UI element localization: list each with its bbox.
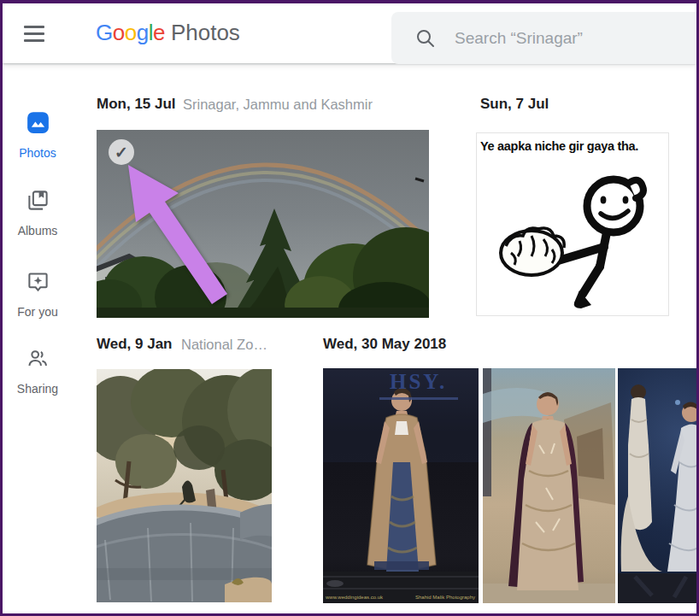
logo-product-name: Photos (171, 20, 240, 45)
google-photos-logo[interactable]: GooglePhotos (96, 20, 240, 46)
hamburger-menu-icon[interactable] (24, 26, 44, 42)
top-app-bar: GooglePhotos Search “Srinagar” (3, 3, 696, 63)
photo-zoo-enclosure[interactable] (97, 369, 272, 602)
logo-letter: g (137, 20, 149, 45)
logo-letter: o (113, 20, 125, 45)
hsy-tagline-bar (379, 397, 458, 400)
location-header-national-zoo[interactable]: National Zo… (181, 337, 267, 353)
date-header-7-jul: Sun, 7 Jul (480, 96, 549, 113)
logo-letter: e (153, 20, 165, 45)
fashion3-art (618, 368, 699, 603)
photo-rainbow-srinagar[interactable]: ✓ (97, 130, 429, 318)
photo-credit-right: Shahid Malik Photography (415, 595, 475, 600)
sidebar-item-photos[interactable]: Photos (3, 111, 73, 160)
search-input[interactable]: Search “Srinagar” (391, 12, 696, 64)
photo-credit-left: www.weddingideas.co.uk (326, 595, 383, 600)
sidebar-label-photos: Photos (3, 146, 73, 160)
albums-icon (26, 189, 50, 215)
search-placeholder: Search “Srinagar” (455, 29, 583, 48)
for-you-icon (26, 270, 50, 296)
sidebar-label-sharing: Sharing (3, 382, 73, 396)
check-icon: ✓ (115, 143, 128, 162)
sharing-icon (26, 347, 50, 373)
sidebar-label-for-you: For you (3, 305, 73, 319)
stick-figure-holding-brain-art (477, 157, 668, 315)
fashion1-art (323, 368, 479, 603)
zoo-photo-art (97, 369, 272, 602)
date-header-9-jan: Wed, 9 Jan (97, 336, 173, 353)
rainbow-photo-art (97, 130, 429, 318)
photos-icon (26, 111, 50, 138)
select-photo-checkmark-button[interactable]: ✓ (109, 139, 134, 165)
logo-letter: o (125, 20, 137, 45)
photo-fashion-maroon-gown[interactable] (483, 368, 615, 603)
meme-caption-text: Ye aapka niche gir gaya tha. (480, 139, 668, 153)
sidebar-item-sharing[interactable]: Sharing (3, 347, 73, 396)
sidebar-item-albums[interactable]: Albums (3, 189, 73, 238)
photo-fashion-runway-hsy[interactable]: HSY. www.weddingideas.co.uk Shahid Malik… (323, 368, 479, 603)
search-icon (415, 28, 436, 49)
photo-meme-brain[interactable]: Ye aapka niche gir gaya tha. (476, 132, 669, 316)
sidebar-label-albums: Albums (3, 224, 73, 238)
logo-letter: G (96, 20, 113, 45)
sidebar-item-for-you[interactable]: For you (3, 270, 73, 319)
location-header-srinagar[interactable]: Srinagar, Jammu and Kashmir (183, 97, 373, 113)
hsy-brand-text: HSY. (390, 370, 447, 394)
date-header-30-may-2018: Wed, 30 May 2018 (323, 336, 446, 353)
fashion2-art (483, 368, 615, 603)
google-photos-window: GooglePhotos Search “Srinagar” Photos (0, 0, 699, 616)
date-header-15-jul: Mon, 15 Jul (97, 96, 176, 113)
photo-fashion-white-gowns[interactable] (618, 368, 699, 603)
